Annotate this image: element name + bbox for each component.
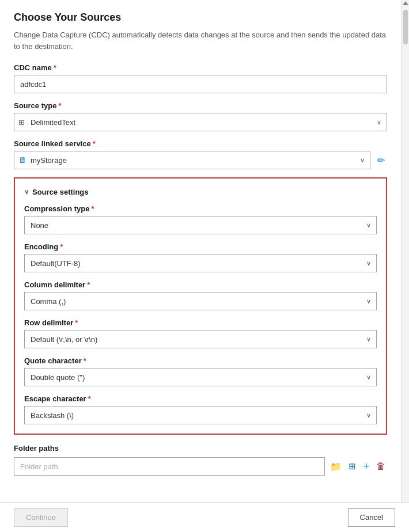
column-delimiter-field: Column delimiter * Comma (,) ∨ xyxy=(24,280,377,310)
quote-character-label: Quote character * xyxy=(24,356,377,365)
source-type-field: Source type * ⊞ DelimitedText ∨ xyxy=(14,101,387,131)
browse-folder-button[interactable]: 📁 xyxy=(328,460,343,473)
source-type-select-wrapper: ⊞ DelimitedText ∨ xyxy=(14,113,387,131)
compression-required: * xyxy=(91,204,94,213)
escape-character-field: Escape character * Backslash (\) ∨ xyxy=(24,394,377,424)
source-linked-service-row: 🖥 myStorage ∨ ✏ xyxy=(14,151,387,169)
row-delimiter-select-wrapper: Default (\r,\n, or \r\n) ∨ xyxy=(24,330,377,348)
column-delimiter-select-wrapper: Comma (,) ∨ xyxy=(24,292,377,310)
quote-character-select[interactable]: Double quote (") xyxy=(24,368,377,386)
edit-pencil-icon: ✏ xyxy=(377,155,385,166)
escape-character-required: * xyxy=(88,394,91,403)
cdc-name-required: * xyxy=(54,63,56,72)
compression-type-select[interactable]: None xyxy=(24,216,377,234)
compression-type-field: Compression type * None ∨ xyxy=(24,204,377,234)
add-icon: + xyxy=(363,461,369,473)
browse-dataset-button[interactable]: ⊞ xyxy=(347,460,358,473)
folder-paths-section: Folder paths 📁 ⊞ + 🗑 xyxy=(14,444,387,476)
source-linked-service-select[interactable]: myStorage xyxy=(14,151,370,169)
scrollbar[interactable] xyxy=(401,0,409,532)
scroll-thumb[interactable] xyxy=(403,10,408,44)
cancel-button[interactable]: Cancel xyxy=(348,508,395,527)
cdc-name-input[interactable] xyxy=(14,75,387,93)
folder-input-row: 📁 ⊞ + 🗑 xyxy=(14,457,387,476)
encoding-required: * xyxy=(60,242,63,251)
dataset-icon: ⊞ xyxy=(349,461,356,472)
folder-paths-label: Folder paths xyxy=(14,444,387,453)
escape-character-select[interactable]: Backslash (\) xyxy=(24,406,377,424)
escape-character-label: Escape character * xyxy=(24,394,377,403)
quote-character-required: * xyxy=(84,356,86,365)
source-settings-section: ∨ Source settings Compression type * Non… xyxy=(14,177,387,435)
encoding-select[interactable]: Default(UTF-8) xyxy=(24,254,377,272)
add-folder-path-button[interactable]: + xyxy=(361,459,371,474)
row-delimiter-label: Row delimiter * xyxy=(24,318,377,327)
row-delimiter-select[interactable]: Default (\r,\n, or \r\n) xyxy=(24,330,377,348)
source-type-label: Source type * xyxy=(14,101,387,110)
source-settings-header[interactable]: ∨ Source settings xyxy=(24,188,377,196)
page-title: Choose Your Sources xyxy=(14,12,387,24)
folder-path-input[interactable] xyxy=(14,457,325,476)
quote-character-select-wrapper: Double quote (") ∨ xyxy=(24,368,377,386)
cdc-name-field: CDC name * xyxy=(14,63,387,93)
cdc-name-label: CDC name * xyxy=(14,63,387,72)
compression-type-label: Compression type * xyxy=(24,204,377,213)
scroll-arrow-up[interactable] xyxy=(403,1,408,5)
delete-folder-path-button[interactable]: 🗑 xyxy=(374,460,387,473)
source-settings-chevron: ∨ xyxy=(24,188,29,196)
continue-button[interactable]: Continue xyxy=(14,508,68,527)
column-delimiter-select[interactable]: Comma (,) xyxy=(24,292,377,310)
source-linked-service-field: Source linked service * 🖥 myStorage ∨ ✏ xyxy=(14,139,387,169)
escape-character-select-wrapper: Backslash (\) ∨ xyxy=(24,406,377,424)
quote-character-field: Quote character * Double quote (") ∨ xyxy=(24,356,377,386)
folder-icon: 📁 xyxy=(330,461,342,472)
edit-linked-service-button[interactable]: ✏ xyxy=(375,154,387,167)
compression-type-select-wrapper: None ∨ xyxy=(24,216,377,234)
delete-icon: 🗑 xyxy=(376,461,385,472)
column-delimiter-required: * xyxy=(87,280,90,289)
encoding-select-wrapper: Default(UTF-8) ∨ xyxy=(24,254,377,272)
column-delimiter-label: Column delimiter * xyxy=(24,280,377,289)
encoding-field: Encoding * Default(UTF-8) ∨ xyxy=(24,242,377,272)
source-linked-service-required: * xyxy=(93,139,96,148)
source-linked-service-label: Source linked service * xyxy=(14,139,387,148)
source-settings-label: Source settings xyxy=(32,188,89,196)
row-delimiter-field: Row delimiter * Default (\r,\n, or \r\n)… xyxy=(24,318,377,348)
source-type-select[interactable]: DelimitedText xyxy=(14,113,387,131)
source-linked-service-select-wrapper: 🖥 myStorage ∨ xyxy=(14,151,370,169)
row-delimiter-required: * xyxy=(75,318,78,327)
footer-bar: Continue Cancel xyxy=(0,502,409,532)
page-description: Change Data Capture (CDC) automatically … xyxy=(14,29,387,52)
source-type-required: * xyxy=(58,101,61,110)
encoding-label: Encoding * xyxy=(24,242,377,251)
